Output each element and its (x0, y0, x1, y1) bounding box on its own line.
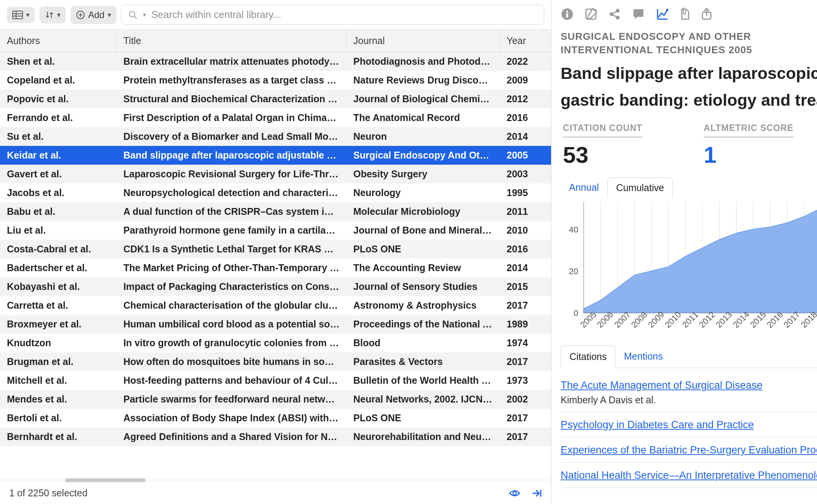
table-row[interactable]: Mendes et al.Particle swarms for feedfor… (0, 390, 551, 409)
metrics-icon[interactable] (656, 8, 669, 21)
cell-journal: Journal of Sensory Studies (346, 277, 500, 296)
chevron-down-icon: ▾ (57, 11, 61, 19)
table-row[interactable]: Brugman et al.How often do mosquitoes bi… (0, 352, 551, 371)
cell-authors: Bernhardt et al. (0, 427, 116, 446)
cell-authors: Mendes et al. (0, 390, 116, 409)
cell-journal: Molecular Microbiology (346, 202, 500, 221)
table-row[interactable]: Liu et al.Parathyroid hormone gene famil… (0, 221, 551, 240)
column-header-title[interactable]: Title (116, 30, 346, 52)
table-row[interactable]: Ferrando et al.First Description of a Pa… (0, 108, 551, 127)
cell-journal: PLoS ONE (346, 409, 500, 427)
cell-authors: Mitchell et al. (0, 371, 116, 390)
attachment-icon[interactable] (679, 8, 690, 21)
cell-year: 1995 (500, 183, 551, 202)
citation-count-value: 53 (563, 142, 642, 168)
cell-journal: Parasites & Vectors (346, 352, 500, 371)
cell-authors: Shen et al. (0, 52, 116, 71)
cell-journal: The Accounting Review (346, 259, 500, 277)
column-header-journal[interactable]: Journal (346, 30, 500, 52)
edit-icon[interactable] (584, 8, 597, 21)
tab-citations[interactable]: Citations (561, 345, 615, 368)
cell-year: 2009 (500, 71, 551, 90)
citation-link[interactable]: National Health Service—An Interpretativ… (561, 470, 817, 481)
cell-year: 2017 (500, 352, 551, 371)
cell-title: Brain extracellular matrix attenuates ph… (116, 52, 346, 71)
add-button-label: Add (88, 10, 105, 20)
tab-cumulative[interactable]: Cumulative (607, 177, 673, 198)
cell-title: A dual function of the CRISPR–Cas system… (116, 202, 346, 221)
table-row[interactable]: Keidar et al.Band slippage after laparos… (0, 146, 551, 165)
table-row[interactable]: Shen et al.Brain extracellular matrix at… (0, 52, 551, 71)
citation-link[interactable]: Experiences of the Bariatric Pre-Surgery… (561, 444, 817, 456)
tab-mentions[interactable]: Mentions (615, 345, 671, 368)
table-row[interactable]: KnudtzonIn vitro growth of granulocytic … (0, 334, 551, 352)
cell-authors: Copeland et al. (0, 71, 116, 90)
sort-button[interactable]: ▾ (39, 7, 66, 23)
search-field[interactable]: ▾ (121, 5, 544, 25)
chevron-down-icon: ▾ (26, 11, 30, 19)
table-row[interactable]: Jacobs et al.Neuropsychological detectio… (0, 183, 551, 202)
citation-link[interactable]: Psychology in Diabetes Care and Practice (561, 419, 754, 430)
cell-title: Laparoscopic Revisional Surgery for Life… (116, 165, 346, 183)
cell-title: CDK1 Is a Synthetic Lethal Target for KR… (116, 240, 346, 259)
table-row[interactable]: Mitchell et al.Host-feeding patterns and… (0, 371, 551, 390)
export-icon[interactable] (701, 8, 712, 21)
column-header-year[interactable]: Year (500, 30, 551, 52)
citations-mentions-tabs: Citations Mentions (561, 345, 817, 368)
eye-icon[interactable] (509, 489, 520, 497)
tab-annual[interactable]: Annual (561, 177, 607, 198)
table-row[interactable]: Popovic et al.Structural and Biochemical… (0, 90, 551, 108)
cell-authors: Jacobs et al. (0, 183, 116, 202)
table-row[interactable]: Bernhardt et al.Agreed Definitions and a… (0, 427, 551, 446)
table-row[interactable]: Babu et al.A dual function of the CRISPR… (0, 202, 551, 221)
cell-journal: Journal of Bone and Mineral R… (346, 221, 500, 240)
table-row[interactable]: Carretta et al.Chemical characterisation… (0, 296, 551, 315)
table-row[interactable]: Kobayashi et al.Impact of Packaging Char… (0, 277, 551, 296)
column-header-authors[interactable]: Authors (0, 30, 116, 52)
cell-journal: Neural Networks, 2002. IJCN… (346, 390, 500, 409)
chevron-down-icon: ▾ (108, 11, 111, 19)
cell-authors: Babu et al. (0, 202, 116, 221)
table-row[interactable]: Badertscher et al.The Market Pricing of … (0, 259, 551, 277)
search-input[interactable] (151, 9, 537, 21)
table-body: Shen et al.Brain extracellular matrix at… (0, 52, 551, 482)
citation-link[interactable]: The Acute Management of Surgical Disease (561, 380, 763, 391)
cell-title: First Description of a Palatal Organ in … (116, 108, 346, 127)
cell-year: 2003 (500, 165, 551, 183)
cell-title: Impact of Packaging Characteristics on C… (116, 277, 346, 296)
cell-authors: Badertscher et al. (0, 259, 116, 277)
table-row[interactable]: Copeland et al.Protein methyltransferase… (0, 71, 551, 90)
cell-journal: Obesity Surgery (346, 165, 500, 183)
table-row[interactable]: Bertoli et al.Association of Body Shape … (0, 409, 551, 427)
cell-journal: Proceedings of the National A… (346, 315, 500, 334)
library-pane: ▾ ▾ Add ▾ ▾ Authors Title Journal Year (0, 0, 551, 504)
metrics-summary: CITATION COUNT 53 ALTMETRIC SCORE 1 (551, 110, 817, 168)
table-row[interactable]: Broxmeyer et al.Human umbilical cord blo… (0, 315, 551, 334)
cell-authors: Popovic et al. (0, 90, 116, 108)
detail-journal-year: SURGICAL ENDOSCOPY AND OTHER INTERVENTIO… (561, 30, 817, 57)
cell-journal: PLoS ONE (346, 240, 500, 259)
comment-icon[interactable] (632, 8, 645, 21)
cell-title: How often do mosquitoes bite humans in s… (116, 352, 346, 371)
chart-tabs: Annual Cumulative (561, 177, 817, 198)
table-row[interactable]: Costa-Cabral et al.CDK1 Is a Synthetic L… (0, 240, 551, 259)
collapse-right-icon[interactable] (532, 489, 542, 497)
add-button[interactable]: Add ▾ (71, 6, 116, 24)
svg-line-19 (613, 15, 617, 17)
view-mode-button[interactable]: ▾ (7, 7, 35, 23)
detail-title-line1: Band slippage after laparoscopic adjusta… (561, 64, 817, 83)
cell-title: Particle swarms for feedforward neural n… (116, 390, 346, 409)
cell-year: 2016 (500, 108, 551, 127)
cell-title: Chemical characterisation of the globula… (116, 296, 346, 315)
share-icon[interactable] (608, 8, 621, 21)
cell-year: 2022 (500, 52, 551, 71)
plus-circle-icon (76, 10, 85, 20)
horizontal-scrollbar-thumb[interactable] (65, 478, 146, 482)
cell-journal: Journal of Biological Chemistry (346, 90, 500, 108)
table-row[interactable]: Gavert et al.Laparoscopic Revisional Sur… (0, 165, 551, 183)
info-icon[interactable] (561, 8, 574, 21)
cell-authors: Liu et al. (0, 221, 116, 240)
table-row[interactable]: Su et al.Discovery of a Biomarker and Le… (0, 127, 551, 146)
svg-rect-0 (13, 11, 23, 19)
cell-authors: Gavert et al. (0, 165, 116, 183)
